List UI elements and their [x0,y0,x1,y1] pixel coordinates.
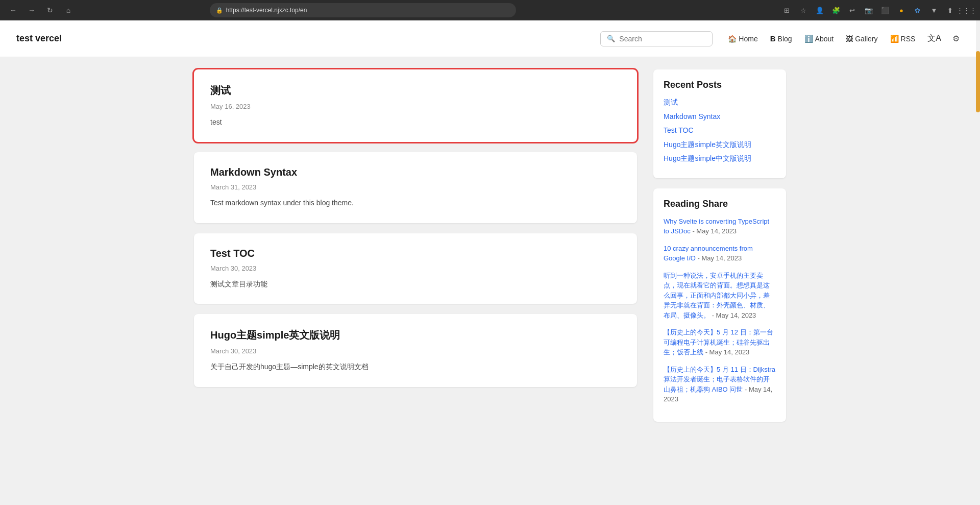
nav-label-blog: Blog [778,35,792,43]
scrollbar-thumb[interactable] [976,51,980,112]
nav-item-about[interactable]: ℹ️ About [799,32,839,46]
post-card-3[interactable]: Test TOC March 30, 2023 测试文章目录功能 [194,233,637,304]
post-card-4[interactable]: Hugo主题simple英文版说明 March 30, 2023 关于自己开发的… [194,314,637,387]
search-bar[interactable]: 🔍 [600,31,713,46]
reading-date-1: - May 14, 2023 [692,227,737,235]
nav-item-home[interactable]: 🏠 Home [723,32,763,46]
browser-refresh-btn[interactable]: ↻ [43,3,57,17]
post-title-3: Test TOC [210,248,621,259]
recent-posts-card: Recent Posts 测试 Markdown Syntax Test TOC… [653,69,786,178]
reading-item-4: 【历史上的今天】5 月 12 日：第一台可编程电子计算机诞生；硅谷先驱出生；饭否… [664,327,776,357]
reading-item-2: 10 crazy announcements from Google I/O -… [664,244,776,263]
nav-label-about: About [815,35,834,43]
post-excerpt-3: 测试文章目录功能 [210,278,621,290]
post-excerpt-1: test [210,116,621,128]
post-date-1: May 16, 2023 [210,103,621,110]
recent-link-2[interactable]: Markdown Syntax [664,112,776,122]
site-header: test vercel 🔍 🏠 Home B Blog ℹ️ About 🖼 G… [0,20,980,57]
back2-btn[interactable]: ↩ [845,3,860,17]
sidebar: Recent Posts 测试 Markdown Syntax Test TOC… [653,69,786,422]
post-title-2: Markdown Syntax [210,166,621,178]
browser-forward-btn[interactable]: → [24,3,39,17]
recent-link-3[interactable]: Test TOC [664,126,776,136]
about-icon: ℹ️ [804,35,813,43]
post-excerpt-4: 关于自己开发的hugo主题—simple的英文说明文档 [210,361,621,372]
reading-date-2: - May 14, 2023 [698,254,742,262]
extensions2-btn[interactable]: 🧩 [829,3,843,17]
post-card-2[interactable]: Markdown Syntax March 31, 2023 Test mark… [194,152,637,223]
nav-label-home: Home [739,35,757,43]
browser-home-btn[interactable]: ⌂ [61,3,76,17]
url-input[interactable] [226,7,510,14]
addon-blue-btn[interactable]: ✿ [911,3,925,17]
nav-item-blog[interactable]: B Blog [765,31,797,46]
addon-red-btn[interactable]: ⬛ [878,3,892,17]
extensions-btn[interactable]: ⊞ [780,3,794,17]
addon-dark-btn[interactable]: ▼ [927,3,941,17]
scrollbar-track [976,20,980,505]
post-card-1[interactable]: 测试 May 16, 2023 test [194,69,637,142]
post-title-4: Hugo主题simple英文版说明 [210,328,621,342]
address-bar: 🔒 [210,3,516,17]
page-content: 测试 May 16, 2023 test Markdown Syntax Mar… [184,57,796,434]
nav-label-gallery: Gallery [855,35,877,43]
recent-posts-title: Recent Posts [664,80,776,90]
post-date-2: March 31, 2023 [210,183,621,191]
nav-item-gallery[interactable]: 🖼 Gallery [841,32,883,46]
addon-share-btn[interactable]: ⬆ [943,3,958,17]
recent-link-4[interactable]: Hugo主题simple英文版说明 [664,140,776,150]
addon-yellow-btn[interactable]: ● [894,3,909,17]
post-date-3: March 30, 2023 [210,264,621,272]
reading-date-4: - May 14, 2023 [705,348,750,356]
translate-icon: 文A [927,33,941,44]
reading-date-3: - May 14, 2023 [712,311,756,319]
main-nav: 🏠 Home B Blog ℹ️ About 🖼 Gallery 📶 RSS 文… [723,30,964,47]
capture-btn[interactable]: 📷 [862,3,876,17]
settings-icon[interactable]: ⚙ [948,31,964,46]
site-logo[interactable]: test vercel [16,33,62,44]
recent-link-5[interactable]: Hugo主题simple中文版说明 [664,154,776,164]
reading-item-5: 【历史上的今天】5 月 11 日：Dijkstra 算法开发者诞生；电子表格软件… [664,365,776,404]
nav-item-translate[interactable]: 文A [922,30,946,47]
home-icon: 🏠 [728,35,737,43]
recent-link-1[interactable]: 测试 [664,98,776,108]
menu-btn[interactable]: ⋮⋮⋮ [960,3,974,17]
rss-icon: 📶 [890,35,899,43]
post-date-4: March 30, 2023 [210,347,621,355]
main-column: 测试 May 16, 2023 test Markdown Syntax Mar… [194,69,637,387]
reading-item-1: Why Svelte is converting TypeScript to J… [664,217,776,236]
nav-item-rss[interactable]: 📶 RSS [885,32,921,46]
reading-share-title: Reading Share [664,199,776,209]
blog-icon: B [770,34,776,43]
browser-right-icons: ⊞ ☆ 👤 🧩 ↩ 📷 ⬛ ● ✿ ▼ ⬆ ⋮⋮⋮ [780,3,974,17]
nav-label-rss: RSS [901,35,916,43]
browser-back-btn[interactable]: ← [6,3,20,17]
reading-item-3: 听到一种说法，安卓手机的主要卖点，现在就看它的背面。想想真是这么回事，正面和内部… [664,271,776,321]
search-input[interactable] [619,35,706,43]
post-title-1: 测试 [210,84,621,98]
reading-share-card: Reading Share Why Svelte is converting T… [653,188,786,422]
lock-icon: 🔒 [216,7,223,14]
gallery-icon: 🖼 [846,35,853,43]
profile-btn[interactable]: 👤 [813,3,827,17]
search-icon: 🔍 [607,35,615,42]
post-excerpt-2: Test markdown syntax under this blog the… [210,197,621,208]
browser-chrome: ← → ↻ ⌂ 🔒 ⊞ ☆ 👤 🧩 ↩ 📷 ⬛ ● ✿ ▼ ⬆ ⋮⋮⋮ [0,0,980,20]
bookmark-btn[interactable]: ☆ [796,3,811,17]
